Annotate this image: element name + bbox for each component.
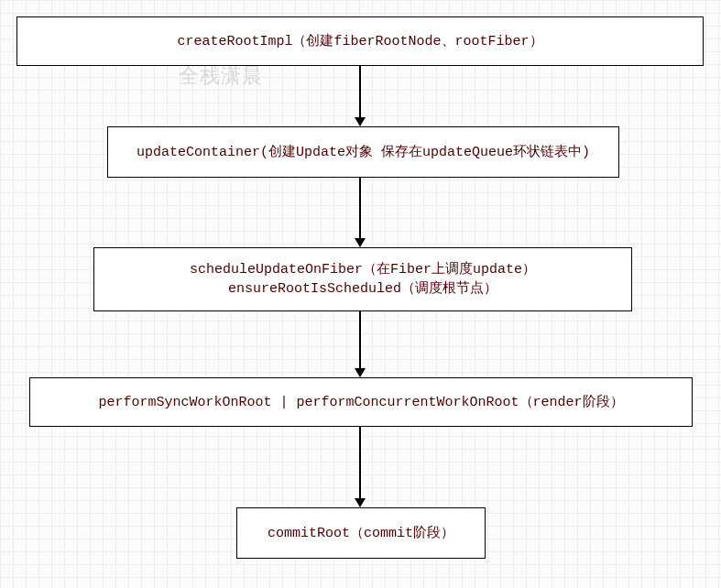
flow-node-create-root-impl: createRootImpl（创建fiberRootNode、rootFiber… [16, 16, 704, 66]
node-label: updateContainer(创建Update对象 保存在updateQueu… [137, 143, 590, 162]
node-label: createRootImpl（创建fiberRootNode、rootFiber… [177, 32, 542, 51]
flow-arrow [355, 66, 366, 126]
flow-arrow [355, 427, 366, 507]
flow-node-commit-root: commitRoot（commit阶段） [236, 507, 486, 559]
node-label: performSyncWorkOnRoot | performConcurren… [98, 393, 623, 412]
node-label: commitRoot（commit阶段） [268, 524, 454, 543]
flow-node-schedule-update: scheduleUpdateOnFiber（在Fiber上调度update） e… [93, 247, 632, 311]
flow-arrow [355, 311, 366, 377]
flow-arrow [355, 178, 366, 247]
flow-node-update-container: updateContainer(创建Update对象 保存在updateQueu… [107, 126, 619, 178]
node-label-line2: ensureRootIsScheduled（调度根节点） [228, 279, 497, 299]
node-label-line1: scheduleUpdateOnFiber（在Fiber上调度update） [190, 260, 536, 279]
watermark-text: 全栈潇晨 [179, 62, 263, 90]
flow-node-perform-work: performSyncWorkOnRoot | performConcurren… [29, 377, 693, 427]
